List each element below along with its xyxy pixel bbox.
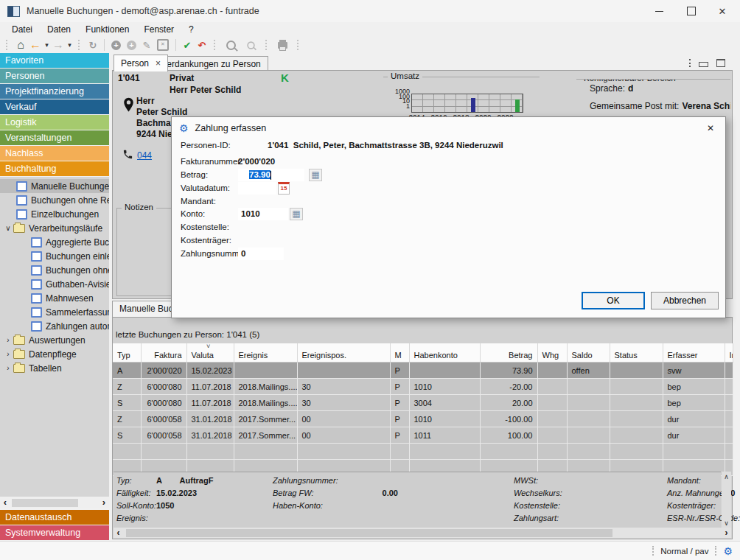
- tree-item-verarbeitungsläufe[interactable]: ∨Verarbeitungsläufe: [0, 221, 109, 235]
- column-header-faktura[interactable]: Faktura: [141, 343, 186, 363]
- expand-icon[interactable]: ›: [3, 364, 13, 372]
- sidebar-section-nachlass[interactable]: Nachlass: [0, 146, 109, 161]
- booking-row-3[interactable]: Z6'000'05831.01.20182017.Sommer...00P101…: [113, 411, 733, 427]
- expand-icon[interactable]: ›: [3, 336, 13, 344]
- tab-close-icon[interactable]: ×: [156, 58, 161, 69]
- valutadatum-input[interactable]: [238, 182, 276, 195]
- sidebar-section-projektfinanzierung[interactable]: Projektfinanzierung: [0, 84, 109, 99]
- print-icon[interactable]: [278, 42, 287, 49]
- column-header-habenkonto[interactable]: Habenkonto: [409, 343, 480, 363]
- sidebar-section-datenaustausch[interactable]: Datenaustausch: [0, 510, 109, 525]
- nav-back-icon[interactable]: ←: [28, 38, 43, 52]
- add-linked-icon[interactable]: +: [127, 41, 136, 50]
- home-icon[interactable]: ⌂: [13, 38, 28, 52]
- grid-icon[interactable]: ▦: [290, 208, 303, 220]
- column-header-typ[interactable]: Typ: [113, 343, 141, 363]
- tab-person[interactable]: Person ×: [114, 55, 168, 71]
- scroll-left-icon[interactable]: ‹: [0, 497, 10, 508]
- menu-[interactable]: ?: [181, 23, 201, 36]
- tree-item-sammelerfassung-s[interactable]: Sammelerfassung S: [0, 305, 109, 319]
- tree-item-manuelle-buchungen[interactable]: Manuelle Buchungen: [0, 179, 109, 193]
- close-button[interactable]: ✕: [706, 0, 739, 22]
- grid-icon[interactable]: ▦: [309, 169, 322, 181]
- confirm-icon[interactable]: ✔: [180, 38, 195, 52]
- column-header-whg[interactable]: Whg: [537, 343, 567, 363]
- sidebar-section-personen[interactable]: Personen: [0, 69, 109, 83]
- undo-icon[interactable]: ↶: [195, 38, 209, 52]
- minimize-button[interactable]: [643, 0, 675, 22]
- scrollbar-thumb[interactable]: [126, 529, 612, 537]
- edit-icon[interactable]: ✎: [139, 38, 154, 52]
- sidebar-section-systemverwaltung[interactable]: Systemverwaltung: [0, 525, 109, 540]
- scrollbar-thumb[interactable]: [12, 499, 78, 507]
- column-header-erfasser[interactable]: Erfasser: [663, 343, 725, 363]
- menu-fenster[interactable]: Fenster: [136, 23, 181, 36]
- scroll-right-icon[interactable]: ›: [99, 497, 109, 508]
- search-secondary-icon[interactable]: [247, 41, 254, 49]
- dialog-close-icon[interactable]: ✕: [696, 117, 725, 139]
- panel-options-dots-icon[interactable]: [689, 59, 691, 67]
- bookings-hscrollbar[interactable]: ‹ ›: [114, 528, 731, 538]
- scroll-left-icon[interactable]: ‹: [114, 528, 123, 538]
- delete-icon[interactable]: ✕: [157, 39, 169, 51]
- tree-item-guthaben-avisierun[interactable]: Guthaben-Avisierun: [0, 277, 109, 291]
- tree-item-buchungen-einlese[interactable]: Buchungen einlese: [0, 249, 109, 263]
- cancel-button[interactable]: Abbrechen: [651, 292, 719, 309]
- tree-item-datenpflege[interactable]: ›Datenpflege: [0, 347, 109, 361]
- search-icon[interactable]: [226, 41, 236, 50]
- expand-icon[interactable]: ›: [3, 350, 13, 358]
- column-header-valuta[interactable]: Valuta˅: [186, 343, 234, 363]
- betrag-input[interactable]: 73.90: [238, 169, 304, 181]
- tree-item-aggregierte-buchun[interactable]: Aggregierte Buchun: [0, 235, 109, 249]
- tree-item-buchungen-ohne-r[interactable]: Buchungen ohne R: [0, 263, 109, 277]
- tree-item-buchungen-ohne-refe[interactable]: Buchungen ohne Refe: [0, 193, 109, 207]
- add-icon[interactable]: +: [111, 41, 121, 50]
- column-header-betrag[interactable]: Betrag: [480, 343, 537, 363]
- tree-item-einzelbuchungen[interactable]: Einzelbuchungen: [0, 207, 109, 221]
- tab-verdankungen-zu-person[interactable]: Verdankungen zu Person: [154, 56, 268, 71]
- column-header-status[interactable]: Status: [610, 343, 663, 363]
- tree-item-mahnwesen[interactable]: Mahnwesen: [0, 291, 109, 305]
- menu-funktionen[interactable]: Funktionen: [78, 23, 136, 36]
- ok-button[interactable]: OK: [582, 292, 645, 309]
- tree-item-zahlungen-automat[interactable]: Zahlungen automat: [0, 319, 109, 333]
- column-header-ereignispos[interactable]: Ereignispos.: [297, 343, 390, 363]
- sidebar-hscrollbar[interactable]: ‹ ›: [0, 497, 109, 508]
- settings-gear-icon[interactable]: ⚙: [723, 545, 733, 557]
- nav-back-dropdown-icon[interactable]: ▾: [43, 38, 51, 52]
- booking-row-2[interactable]: S6'000'08011.07.20182018.Mailings....30P…: [113, 395, 733, 411]
- sidebar-section-favoriten[interactable]: Favoriten: [0, 53, 109, 68]
- zahlungsnummer-input[interactable]: 0: [238, 248, 284, 260]
- nav-forward-dropdown-icon[interactable]: ▾: [66, 38, 74, 52]
- field-label: Fakturanummer:: [181, 157, 242, 166]
- panel-maximize-icon[interactable]: [716, 59, 725, 67]
- maximize-button[interactable]: [675, 0, 708, 22]
- scroll-up-icon[interactable]: ∧: [724, 473, 729, 480]
- column-header-info[interactable]: Info: [725, 343, 733, 363]
- booking-row-0[interactable]: A2'000'02015.02.2023P73.90offensvw: [113, 363, 733, 379]
- sidebar-section-buchhaltung[interactable]: Buchhaltung: [0, 161, 109, 176]
- detail-vscrollbar[interactable]: ∧ ∨: [722, 472, 731, 528]
- sidebar-section-veranstaltungen[interactable]: Veranstaltungen: [0, 130, 109, 145]
- konto-input[interactable]: 1010: [238, 208, 288, 220]
- calendar-icon[interactable]: 15: [278, 182, 290, 195]
- sidebar-section-logistik[interactable]: Logistik: [0, 115, 109, 130]
- column-header-saldo[interactable]: Saldo: [567, 343, 610, 363]
- booking-row-1[interactable]: Z6'000'08011.07.20182018.Mailings....30P…: [113, 379, 733, 395]
- booking-row-4[interactable]: S6'000'05831.01.20182017.Sommer...00P101…: [113, 427, 733, 444]
- column-header-m[interactable]: M: [390, 343, 409, 363]
- menu-daten[interactable]: Daten: [40, 23, 78, 36]
- collapse-icon[interactable]: ∨: [3, 224, 13, 232]
- column-header-ereignis[interactable]: Ereignis: [234, 343, 297, 363]
- tree-item-tabellen[interactable]: ›Tabellen: [0, 361, 109, 375]
- menu-datei[interactable]: Datei: [4, 23, 40, 36]
- sidebar-section-verkauf[interactable]: Verkauf: [0, 99, 109, 114]
- refresh-icon[interactable]: ↻: [85, 38, 100, 52]
- scroll-down-icon[interactable]: ∨: [724, 519, 729, 527]
- tree-item-auswertungen[interactable]: ›Auswertungen: [0, 333, 109, 347]
- nav-forward-icon[interactable]: →: [51, 38, 66, 52]
- panel-minimize-icon[interactable]: [699, 62, 708, 67]
- detail-label: Mandant:: [667, 476, 701, 489]
- scroll-right-icon[interactable]: ›: [722, 528, 731, 538]
- phone-link[interactable]: 044: [137, 150, 152, 161]
